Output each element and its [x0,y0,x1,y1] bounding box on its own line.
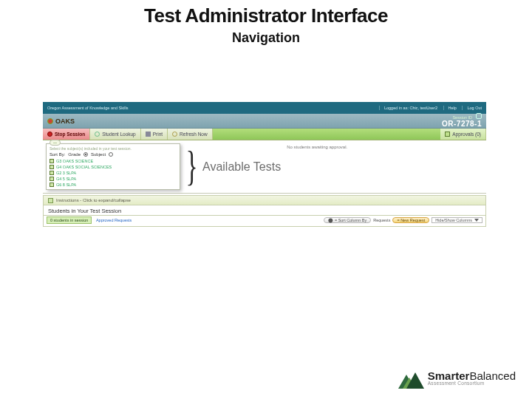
content-row: — Select the subject(s) included in your… [43,140,486,194]
instructions-toggle-icon [48,198,53,203]
approvals-check-icon [445,132,450,137]
test-checkbox[interactable] [50,165,54,169]
test-row[interactable]: G4 5 SLPA [50,176,177,182]
new-request-indicator[interactable]: = New Request [392,217,429,223]
test-label: G6 8 SLPA [56,183,76,187]
slide-subtitle: Navigation [0,30,532,46]
brand-text: SmarterBalanced Assessment Consortium [428,370,516,386]
test-checkbox[interactable] [50,177,54,181]
available-tests-callout: Available Tests [202,160,281,174]
app-logo: OAKS [47,117,75,125]
sort-column-indicator[interactable]: ⬤ = Sort Column By [324,217,371,223]
students-left-tools: 0 students in session Approved Requests [47,218,132,222]
students-count-button[interactable]: 0 students in session [47,216,92,224]
sort-subject-label: Subject [91,152,106,157]
test-row[interactable]: G4 OAKS SOCIAL SCIENCES [50,164,177,170]
toolbar-spacer [213,129,441,140]
sort-label: Sort By: [50,152,65,157]
student-lookup-label: Student Lookup [102,132,136,137]
toolbar: Stop Session Student Lookup Print Refres… [43,129,486,140]
test-row[interactable]: G6 8 SLPA [50,182,177,188]
approvals-label: Approvals (0) [452,132,481,137]
app-header: OAKS Session ID OR-7278-1 [43,114,486,129]
brand-triangles-icon [398,368,423,389]
session-refresh-icon[interactable] [476,113,482,119]
test-label: G4 OAKS SOCIAL SCIENCES [56,165,112,169]
chevron-down-icon [474,219,479,222]
brace-icon: } [185,145,198,188]
app-screenshot: Oregon Assessment of Knowledge and Skill… [43,102,486,227]
sort-row: Sort By: Grade Subject [50,152,177,157]
top-info-bar: Oregon Assessment of Knowledge and Skill… [43,102,486,114]
refresh-label: Refresh Now [180,132,208,137]
print-label: Print [153,132,163,137]
session-id-block: Session ID OR-7278-1 [442,113,482,128]
students-section-tools: 0 students in session Approved Requests … [43,216,486,227]
sort-grade-radio[interactable] [83,152,88,157]
test-selection-panel: — Select the subject(s) included in your… [46,143,180,190]
site-name: Oregon Assessment of Knowledge and Skill… [47,106,128,110]
stop-icon [47,132,52,137]
test-checkbox[interactable] [50,159,54,163]
test-row[interactable]: G3 OAKS SCIENCE [50,158,177,164]
stop-session-label: Stop Session [55,132,85,137]
instructions-label: Instructions - Click to expand/collapse [56,198,131,202]
approvals-button[interactable]: Approvals (0) [440,129,486,140]
instructions-bar[interactable]: Instructions - Click to expand/collapse [43,195,486,205]
stop-session-button[interactable]: Stop Session [43,129,90,140]
sort-subject-radio[interactable] [109,152,113,157]
students-section-heading: Students in Your Test Session [43,205,486,216]
session-id-value: OR-7278-1 [442,120,482,129]
lookup-icon [95,132,100,137]
footer-brand: SmarterBalanced Assessment Consortium [398,368,516,389]
help-link[interactable]: Help [443,106,457,110]
test-label: G3 OAKS SCIENCE [56,159,93,163]
top-links: Logged in as: Chic, testUser2 Help Log O… [375,106,482,110]
print-icon [146,132,151,137]
student-lookup-button[interactable]: Student Lookup [90,129,141,140]
refresh-button[interactable]: Refresh Now [168,129,213,140]
logout-link[interactable]: Log Out [462,106,482,110]
test-checkbox[interactable] [50,183,54,187]
logo-text: OAKS [55,117,75,125]
refresh-icon [172,132,177,137]
test-row[interactable]: G2 3 SLPA [50,170,177,176]
slide-title: Test Administrator Interface [0,4,532,27]
requests-label: Requests [373,218,390,222]
logged-in-text: Logged in as: Chic, testUser2 [379,106,437,110]
print-button[interactable]: Print [141,129,168,140]
sort-grade-label: Grade [68,152,81,157]
students-right-tools: ⬤ = Sort Column By Requests = New Reques… [324,217,482,223]
test-checkbox[interactable] [50,171,54,175]
hide-show-label: Hide/Show Columns [435,218,472,222]
test-label: G4 5 SLPA [56,177,76,181]
logo-icon [47,118,53,124]
panel-hint: Select the subject(s) included in your t… [50,146,177,151]
hide-show-columns-select[interactable]: Hide/Show Columns [432,217,482,223]
approval-status-area: No students awaiting approval. [281,140,486,193]
approved-requests-link[interactable]: Approved Requests [96,218,132,222]
test-label: G2 3 SLPA [56,171,76,175]
panel-collapse-toggle[interactable]: — [50,140,61,146]
